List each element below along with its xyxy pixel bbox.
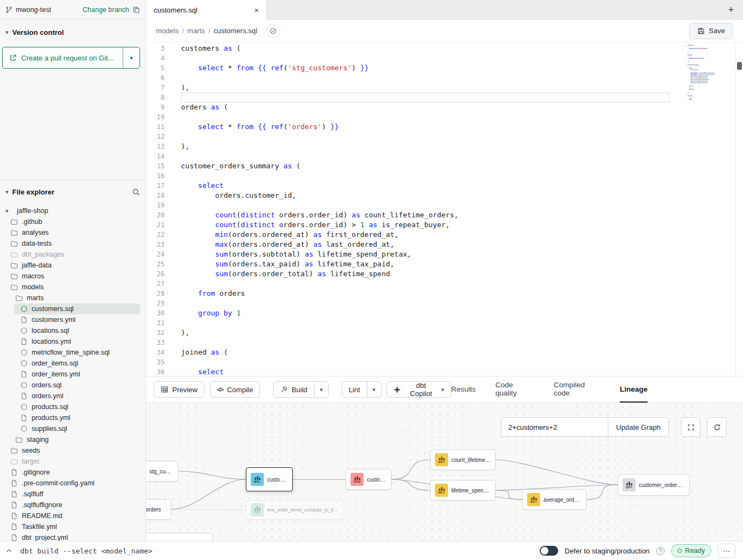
tab-customers-sql[interactable]: customers.sql ×: [146, 0, 267, 20]
change-branch-link[interactable]: Change branch: [83, 6, 129, 14]
collapse-panel-button[interactable]: [5, 547, 13, 555]
code-line[interactable]: select * from {{ ref('stg_customers') }}: [181, 63, 669, 73]
code-line[interactable]: orders as (: [181, 102, 669, 112]
tree-item-target[interactable]: target: [0, 456, 146, 467]
lineage-node-stg_customers[interactable]: MDLstg_customers: [146, 461, 178, 482]
tree-item-jaffle-shop[interactable]: ▾jaffle-shop: [0, 205, 146, 216]
code-line[interactable]: min(orders.ordered_at) as first_ordered_…: [181, 230, 669, 240]
tree-item-.github[interactable]: .github: [0, 216, 146, 227]
save-button[interactable]: Save: [689, 23, 733, 39]
tree-item-order_items.yml[interactable]: order_items.yml: [0, 369, 146, 380]
code-line[interactable]: [181, 279, 669, 289]
tab-results[interactable]: Results: [451, 376, 476, 403]
tree-item-orders.yml[interactable]: orders.yml: [0, 391, 146, 401]
tree-item-.gitignore[interactable]: .gitignore: [0, 467, 146, 478]
code-line[interactable]: [181, 299, 669, 308]
code-line[interactable]: ),: [181, 83, 669, 93]
editor-scrollbar[interactable]: [735, 42, 743, 376]
code-line[interactable]: orders.customer_id,: [181, 191, 669, 200]
code-lines[interactable]: customers as ( select * from {{ ref('stg…: [171, 42, 669, 376]
minimap[interactable]: [687, 45, 732, 100]
code-line[interactable]: sum(orders.tax_paid) as lifetime_tax_pai…: [181, 259, 669, 269]
tree-item-.sqlfluffignore[interactable]: .sqlfluffignore: [0, 500, 146, 510]
tree-item-analyses[interactable]: analyses: [0, 227, 146, 238]
update-graph-button[interactable]: Update Graph: [608, 417, 669, 437]
tree-item-locations.sql[interactable]: locations.sql: [0, 325, 146, 336]
code-line[interactable]: customers as (: [181, 44, 669, 53]
dbt-copilot-button[interactable]: dbt Copilot ▾: [386, 381, 451, 398]
tree-item-.pre-commit-config.yaml[interactable]: .pre-commit-config.yaml: [0, 478, 146, 489]
pr-dropdown-button[interactable]: ▾: [123, 55, 140, 61]
code-line[interactable]: group by 1: [181, 308, 669, 318]
tree-item-customers.sql[interactable]: customers.sql: [0, 303, 146, 314]
defer-toggle[interactable]: [540, 546, 558, 556]
code-line[interactable]: [181, 93, 669, 102]
code-line[interactable]: select: [181, 367, 669, 376]
code-line[interactable]: max(orders.ordered_at) as last_ordered_a…: [181, 240, 669, 249]
tree-item-data-tests[interactable]: data-tests: [0, 238, 146, 249]
tree-item-models[interactable]: models: [0, 282, 146, 293]
new-tab-button[interactable]: +: [719, 0, 743, 19]
code-line[interactable]: [181, 151, 669, 161]
code-editor[interactable]: 3456789101112131415161718192021222324252…: [146, 42, 743, 376]
status-ready-badge[interactable]: Ready: [671, 544, 711, 557]
lineage-node-orders[interactable]: MDLorders: [146, 499, 171, 520]
code-line[interactable]: from orders: [181, 289, 669, 299]
tree-item-seeds[interactable]: seeds: [0, 445, 146, 456]
tree-item-locations.yml[interactable]: locations.yml: [0, 336, 146, 347]
tree-item-supplies.sql[interactable]: supplies.sql: [0, 423, 146, 434]
breadcrumb-models[interactable]: models: [156, 27, 179, 35]
help-icon[interactable]: ?: [656, 547, 665, 555]
build-button[interactable]: Build: [273, 381, 315, 398]
compile-button[interactable]: </> Compile: [210, 381, 260, 398]
lineage-node-partial_node[interactable]: [146, 533, 213, 541]
tree-item-dbt_project.yml[interactable]: dbt_project.yml: [0, 532, 146, 541]
lint-button[interactable]: Lint: [342, 381, 367, 398]
tab-code-quality[interactable]: Code quality: [496, 376, 534, 403]
tree-item-metricflow_time_spine.sql[interactable]: metricflow_time_spine.sql: [0, 347, 146, 358]
breadcrumb-marts[interactable]: marts: [188, 27, 206, 35]
code-line[interactable]: select: [181, 181, 669, 191]
tree-item-Taskfile.yml[interactable]: Taskfile.yml: [0, 521, 146, 532]
code-line[interactable]: [181, 200, 669, 210]
lineage-node-lifetime_spend_pretax[interactable]: METlifetime_spend_pretax: [430, 480, 496, 501]
tree-item-order_items.sql[interactable]: order_items.sql: [0, 358, 146, 369]
tree-item-customers.yml[interactable]: customers.yml: [0, 314, 146, 325]
code-line[interactable]: joined as (: [181, 348, 669, 357]
tree-item-marts[interactable]: marts: [0, 293, 146, 303]
scrollbar-thumb[interactable]: [737, 62, 742, 70]
tree-item-macros[interactable]: macros: [0, 271, 146, 282]
breadcrumb-current-file[interactable]: customers.sql: [214, 27, 257, 35]
code-line[interactable]: customer_orders_summary as (: [181, 161, 669, 171]
file-explorer-header[interactable]: ▾ File explorer: [0, 184, 146, 200]
version-control-header[interactable]: ▾ Version control: [0, 24, 146, 40]
close-tab-icon[interactable]: ×: [254, 5, 259, 15]
code-line[interactable]: count(distinct orders.order_id) > 1 as i…: [181, 220, 669, 230]
lint-dropdown-button[interactable]: ▾: [367, 381, 382, 398]
code-line[interactable]: [181, 171, 669, 181]
tree-item-products.sql[interactable]: products.sql: [0, 401, 146, 412]
create-pr-button[interactable]: Create a pull request on Git... ▾: [2, 47, 140, 69]
code-line[interactable]: [181, 73, 669, 83]
more-options-button[interactable]: ⋯: [718, 544, 735, 558]
tab-lineage[interactable]: Lineage: [620, 376, 648, 403]
lineage-search-input[interactable]: [501, 417, 608, 437]
tree-item-products.yml[interactable]: products.yml: [0, 412, 146, 423]
tree-item-jaffle-data[interactable]: jaffle-data: [0, 260, 146, 271]
code-line[interactable]: sum(orders.order_total) as lifetime_spen…: [181, 269, 669, 279]
code-line[interactable]: [181, 338, 669, 348]
lineage-node-count_lifetime_orders[interactable]: METcount_lifetime_orders: [430, 449, 496, 470]
code-line[interactable]: [181, 112, 669, 122]
tree-item-staging[interactable]: staging: [0, 434, 146, 445]
tab-compiled-code[interactable]: Compiled code: [554, 376, 600, 403]
circle-slash-icon[interactable]: [266, 24, 280, 38]
tree-item-.sqlfluff[interactable]: .sqlfluff: [0, 489, 146, 500]
lineage-node-test_node[interactable]: TSTtest_order_items_compute_to_bools...: [246, 500, 344, 520]
tree-item-dbt_packages[interactable]: dbt_packages: [0, 249, 146, 260]
code-line[interactable]: ),: [181, 328, 669, 338]
search-icon[interactable]: [132, 188, 140, 196]
code-line[interactable]: sum(orders.subtotal) as lifetime_spend_p…: [181, 249, 669, 259]
code-line[interactable]: count(distinct orders.order_id) as count…: [181, 210, 669, 220]
code-line[interactable]: [181, 53, 669, 63]
lineage-node-customers_sem[interactable]: SEMcustomers: [346, 469, 391, 490]
